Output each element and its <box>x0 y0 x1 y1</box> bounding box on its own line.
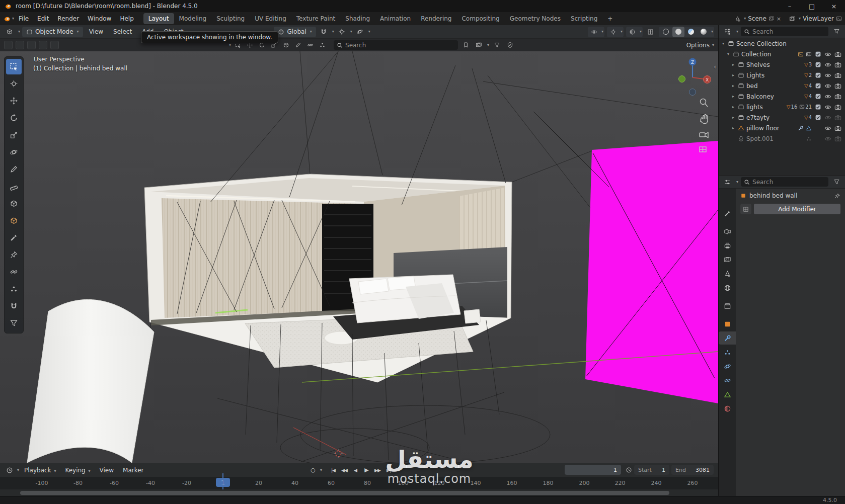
pivot-chevron-icon[interactable]: ▾ <box>350 30 352 34</box>
outliner-row-scene-collection[interactable]: ▾ Scene Collection <box>719 38 845 49</box>
show-object-types-button[interactable] <box>589 27 600 37</box>
view-menu[interactable]: View <box>85 27 107 37</box>
exclude-checkbox[interactable] <box>815 72 821 78</box>
play-button[interactable]: ▶ <box>361 465 371 475</box>
properties-tab-physics[interactable] <box>719 360 736 373</box>
filter-dropdown-button[interactable] <box>473 40 484 50</box>
navigation-gizmo[interactable]: Z X <box>679 58 711 96</box>
gizmo-y-ball[interactable] <box>679 76 685 82</box>
extra-tool-2[interactable] <box>6 247 22 263</box>
asset-shelf-chevron-icon[interactable]: ▾ <box>229 43 231 47</box>
move-tool[interactable] <box>6 93 22 109</box>
add-primitive-tool[interactable] <box>6 213 22 228</box>
proportional-chevron-icon[interactable]: ▾ <box>368 30 370 34</box>
xray-toggle-button[interactable] <box>645 27 656 37</box>
hide-eye-icon[interactable] <box>824 104 831 111</box>
layout-preset-button-5[interactable] <box>50 41 59 49</box>
timeline-editor-type-button[interactable] <box>4 465 15 475</box>
properties-tab-constraints[interactable] <box>719 374 736 387</box>
layout-preset-button-3[interactable] <box>27 41 36 49</box>
viewport-search-input[interactable] <box>345 42 455 49</box>
outliner-editor-type-button[interactable] <box>722 26 733 37</box>
tab-rendering[interactable]: Rendering <box>416 13 456 24</box>
mode-dropdown[interactable]: Object Mode ▾ <box>22 27 83 37</box>
expand-icon[interactable]: ▸ <box>731 126 736 130</box>
blender-menu-icon[interactable] <box>3 15 11 23</box>
properties-tab-render[interactable] <box>719 225 736 238</box>
menu-file[interactable]: File <box>15 14 33 24</box>
exclude-checkbox[interactable] <box>815 61 821 68</box>
unlink-scene-icon[interactable]: × <box>777 16 781 22</box>
overlays-chevron-icon[interactable]: ▾ <box>640 30 642 34</box>
shading-material-button[interactable] <box>685 27 697 37</box>
disable-render-camera-icon[interactable] <box>834 104 841 111</box>
minimize-button[interactable]: – <box>779 0 801 12</box>
outliner-item-label[interactable]: Lights <box>746 72 764 79</box>
outliner-item-label[interactable]: Spot.001 <box>746 135 774 142</box>
disable-render-camera-icon[interactable] <box>834 72 841 79</box>
tab-modeling[interactable]: Modeling <box>174 13 212 24</box>
disable-render-camera-icon[interactable] <box>834 51 841 58</box>
tool-settings-icon-8[interactable] <box>317 40 328 50</box>
shading-rendered-button[interactable] <box>698 27 710 37</box>
view-layer-chevron-icon[interactable]: ▾ <box>799 17 801 21</box>
cursor-tool[interactable] <box>6 76 22 92</box>
add-modifier-button[interactable]: Add Modifier <box>754 204 840 214</box>
tab-texture-paint[interactable]: Texture Paint <box>291 13 340 24</box>
properties-editor-type-button[interactable] <box>722 177 733 187</box>
disable-render-camera-icon[interactable] <box>834 114 841 121</box>
outliner-row-lights-collection[interactable]: ▸ Lights ▽2 <box>719 70 845 80</box>
outliner-row-pillow-floor[interactable]: ▸ pillow floor <box>719 123 845 133</box>
outliner-row-spot-001[interactable]: Spot.001 <box>719 133 845 144</box>
properties-tab-material[interactable] <box>719 402 736 415</box>
tool-settings-icon-7[interactable] <box>304 40 316 50</box>
properties-tab-particles[interactable] <box>719 346 736 359</box>
marker-menu[interactable]: Marker <box>119 465 147 475</box>
timeline-scrollbar-handle[interactable] <box>20 491 669 495</box>
cloth-plane[interactable] <box>27 299 154 463</box>
expand-icon[interactable]: ▸ <box>731 62 736 67</box>
expand-icon[interactable]: ▸ <box>731 105 736 109</box>
outliner-row-e7tayty[interactable]: ▸ e7tayty ▽4 <box>719 112 845 123</box>
properties-tab-output[interactable] <box>719 239 736 252</box>
tab-layout[interactable]: Layout <box>143 13 174 24</box>
shading-solid-button[interactable] <box>672 27 684 37</box>
tab-uv-editing[interactable]: UV Editing <box>250 13 291 24</box>
modifier-extras-button[interactable] <box>740 204 751 214</box>
gizmo-chevron-icon[interactable]: ▾ <box>621 30 623 34</box>
frame-start-field[interactable]: Start1 <box>634 465 669 475</box>
next-keyframe-button[interactable]: ▶▶ <box>372 465 382 475</box>
extra-tool-1[interactable] <box>6 230 22 245</box>
extra-tool-5[interactable] <box>6 298 22 314</box>
hide-eye-icon[interactable] <box>824 61 831 68</box>
properties-tab-modifiers[interactable] <box>719 331 736 345</box>
properties-search-field[interactable] <box>741 177 828 187</box>
select-menu[interactable]: Select <box>109 27 136 37</box>
measure-tool[interactable] <box>6 179 22 194</box>
outliner-row-bed[interactable]: ▸ bed ▽4 <box>719 80 845 91</box>
properties-tab-tool[interactable] <box>719 207 736 220</box>
view-layer-icon[interactable] <box>789 16 796 22</box>
playback-menu[interactable]: Playback ▾ <box>20 465 60 475</box>
outliner-item-label[interactable]: pillow floor <box>746 125 780 132</box>
tab-scripting[interactable]: Scripting <box>566 13 602 24</box>
auto-keying-button[interactable]: ○ <box>308 465 318 475</box>
outliner-item-label[interactable]: Collection <box>741 51 771 58</box>
annotate-tool[interactable] <box>6 161 22 177</box>
outliner-item-label[interactable]: Scene Collection <box>736 40 787 47</box>
timeline-ruler[interactable]: -100 -80 -60 -40 -20 20 40 60 80 100 120… <box>0 477 718 489</box>
scene-name[interactable]: Scene <box>748 15 766 22</box>
transform-tool[interactable] <box>6 144 22 160</box>
tab-geometry-nodes[interactable]: Geometry Nodes <box>505 13 566 24</box>
menu-help[interactable]: Help <box>116 14 137 24</box>
tool-settings-icon-6[interactable] <box>292 40 303 50</box>
outliner-search-input[interactable] <box>752 28 825 35</box>
properties-tab-scene[interactable] <box>719 267 736 280</box>
validate-shield-icon[interactable] <box>504 40 515 50</box>
show-overlays-button[interactable] <box>627 27 638 37</box>
add-workspace-button[interactable]: + <box>602 13 618 24</box>
properties-search-input[interactable] <box>752 179 825 186</box>
rotate-tool[interactable] <box>6 110 22 126</box>
editor-type-button[interactable] <box>4 27 15 37</box>
expand-icon[interactable]: ▸ <box>731 73 736 77</box>
